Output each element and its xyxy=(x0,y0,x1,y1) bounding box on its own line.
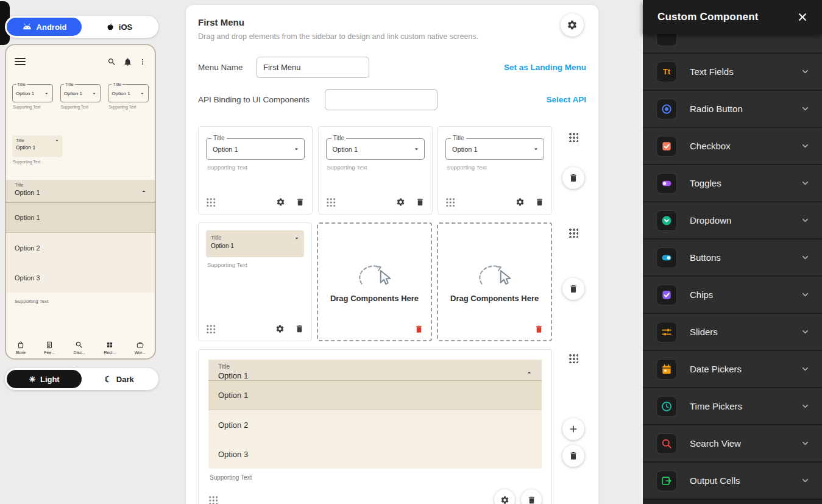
recipes-icon xyxy=(105,341,114,349)
api-binding-input[interactable] xyxy=(325,89,438,110)
drag-handle[interactable] xyxy=(445,197,455,207)
preview-filled-dropdown: Title Option 1 Supporting Text xyxy=(12,135,62,164)
close-icon[interactable] xyxy=(796,11,809,23)
nav-item-work[interactable]: Wor... xyxy=(135,341,146,355)
row-delete-button[interactable] xyxy=(562,167,584,189)
component-delete-button[interactable] xyxy=(295,324,304,333)
set-landing-menu-link[interactable]: Set as Landing Menu xyxy=(504,63,586,72)
panel-item-date-pickers[interactable]: Date Pickers xyxy=(643,351,822,388)
chevron-down-icon[interactable] xyxy=(801,253,810,262)
row-drag-handle[interactable] xyxy=(569,228,578,238)
component-settings-button[interactable] xyxy=(276,197,285,207)
chevron-down-icon[interactable] xyxy=(801,439,810,448)
dropdown-options-list: Option 1 Option 2 Option 3 xyxy=(208,381,542,469)
dropdown-field[interactable]: Title Option 1 xyxy=(206,230,304,257)
nav-item-discover[interactable]: Disc... xyxy=(74,341,85,355)
button-icon xyxy=(656,247,677,268)
chevron-down-icon[interactable] xyxy=(801,290,810,299)
panel-item-radio-button[interactable]: Radio Button xyxy=(643,91,822,128)
row-add-button[interactable] xyxy=(562,418,584,440)
dropdown-option[interactable]: Option 2 xyxy=(208,410,542,439)
panel-item-label: Text Fields xyxy=(690,66,734,77)
dropdown-title-label: Title xyxy=(15,182,146,188)
chevron-down-icon[interactable] xyxy=(801,216,810,225)
dropdown-field[interactable]: Title Option 1 xyxy=(326,138,425,160)
select-api-link[interactable]: Select API xyxy=(546,95,586,104)
panel-item-output-cells[interactable]: Output Cells xyxy=(643,463,822,500)
chevron-down-icon[interactable] xyxy=(801,179,810,188)
panel-item-dropdown[interactable]: Dropdown xyxy=(643,202,822,240)
ios-toggle-button[interactable]: iOS xyxy=(82,18,157,36)
dropdown-option[interactable]: Option 3 xyxy=(6,263,155,293)
kebab-menu-icon[interactable] xyxy=(139,57,146,66)
chevron-down-icon[interactable] xyxy=(801,104,810,113)
component-settings-button[interactable] xyxy=(396,197,405,207)
panel-item-toggles[interactable]: Toggles xyxy=(643,165,822,202)
dropdown-value: Option 1 xyxy=(211,243,299,249)
preview-dropdown-field[interactable]: Title Option 1 xyxy=(108,84,149,102)
nav-item-store[interactable]: Store xyxy=(15,341,26,355)
bell-icon[interactable] xyxy=(123,57,132,66)
gear-icon xyxy=(567,20,578,30)
component-settings-button[interactable] xyxy=(275,324,285,333)
menu-name-input[interactable] xyxy=(257,57,369,78)
component-delete-button[interactable] xyxy=(535,197,544,207)
drag-handle[interactable] xyxy=(208,495,218,504)
dropdown-option[interactable]: Option 2 xyxy=(6,233,155,263)
dropdown-field[interactable]: Title Option 1 xyxy=(445,138,544,160)
hamburger-menu-icon[interactable] xyxy=(15,58,26,65)
panel-item-chips[interactable]: Chips xyxy=(643,277,822,314)
component-settings-button[interactable] xyxy=(516,197,525,207)
component-delete-button[interactable] xyxy=(296,197,305,207)
light-theme-button[interactable]: ☀ Light xyxy=(7,370,82,388)
slot-delete-button[interactable] xyxy=(534,324,544,334)
drag-handle[interactable] xyxy=(206,324,215,333)
dark-theme-button[interactable]: ☾ Dark xyxy=(82,370,157,388)
panel-item-buttons[interactable]: Buttons xyxy=(643,240,822,277)
component-settings-button[interactable] xyxy=(494,489,515,504)
component-delete-button[interactable] xyxy=(521,489,542,504)
dropdown-option[interactable]: Option 1 xyxy=(208,381,542,410)
tt-glyph: Tt xyxy=(663,67,670,76)
drag-handle[interactable] xyxy=(326,197,335,207)
chevron-down-icon[interactable] xyxy=(801,402,810,411)
dropdown-field[interactable]: Title Option 1 xyxy=(206,138,305,160)
panel-item-search-view[interactable]: Search View xyxy=(643,425,822,463)
component-delete-button[interactable] xyxy=(416,197,425,207)
nav-item-feed[interactable]: Fee... xyxy=(44,341,55,355)
chevron-down-icon[interactable] xyxy=(801,364,810,374)
slot-delete-button[interactable] xyxy=(414,324,423,334)
dropdown-option[interactable]: Option 1 xyxy=(6,203,155,233)
search-icon xyxy=(656,433,677,454)
row-drag-handle[interactable] xyxy=(569,132,578,142)
nav-item-recipes[interactable]: Reci... xyxy=(104,341,116,355)
preview-dropdown-field[interactable]: Title Option 1 xyxy=(60,84,101,102)
chevron-down-icon[interactable] xyxy=(801,327,810,336)
drop-target-card[interactable]: Drag Components Here xyxy=(437,222,552,341)
panel-item-partial[interactable] xyxy=(643,34,822,54)
panel-item-time-pickers[interactable]: Time Pickers xyxy=(643,388,822,425)
drop-target-card[interactable]: Drag Components Here xyxy=(317,222,432,341)
row-delete-button[interactable] xyxy=(562,445,584,467)
panel-item-text-fields[interactable]: Tt Text Fields xyxy=(643,54,822,91)
chevron-down-icon[interactable] xyxy=(801,476,810,485)
panel-item-checkbox[interactable]: Checkbox xyxy=(643,128,822,165)
component-row: Title Option 1 Supporting Text Drag Comp… xyxy=(198,222,552,341)
chevron-down-icon[interactable] xyxy=(801,67,810,76)
row-delete-button[interactable] xyxy=(562,278,584,300)
preview-dropdown-field[interactable]: Title Option 1 xyxy=(12,84,53,102)
preview-filled-dropdown-field[interactable]: Title Option 1 xyxy=(12,135,62,157)
panel-item-sliders[interactable]: Sliders xyxy=(643,314,822,351)
panel-item-label: Date Pickers xyxy=(690,364,742,374)
chevron-down-icon[interactable] xyxy=(801,141,810,151)
panel-item-label: Checkbox xyxy=(690,141,731,151)
menu-settings-button[interactable] xyxy=(561,13,584,37)
row-drag-handle[interactable] xyxy=(569,353,578,363)
drag-handle[interactable] xyxy=(206,197,215,207)
android-icon xyxy=(22,23,32,30)
dropdown-option[interactable]: Option 3 xyxy=(208,439,542,469)
expanded-dropdown-header[interactable]: Title Option 1 xyxy=(208,360,542,381)
android-toggle-button[interactable]: Android xyxy=(7,18,82,36)
expanded-dropdown-header[interactable]: Title Option 1 xyxy=(6,180,155,203)
search-icon[interactable] xyxy=(107,57,116,66)
